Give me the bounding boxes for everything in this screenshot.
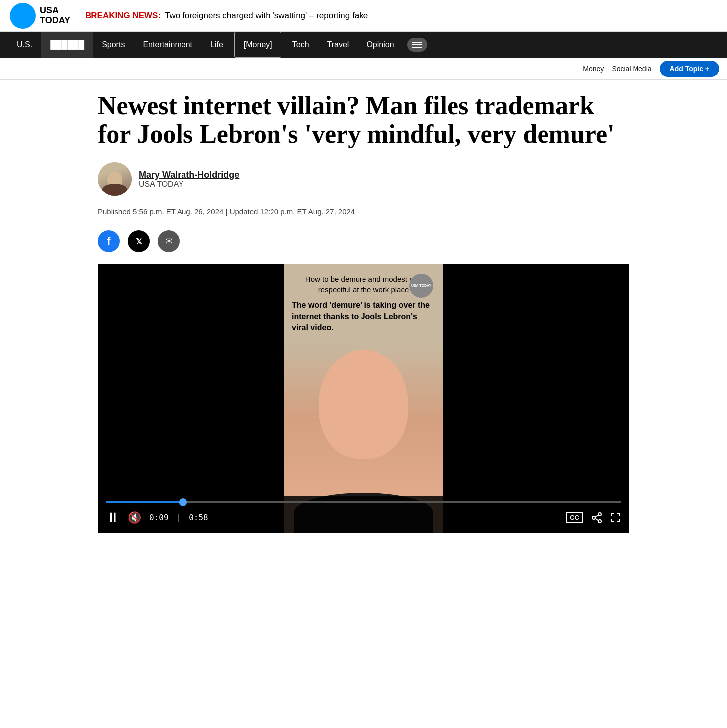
svg-point-3 bbox=[598, 513, 601, 516]
author-avatar-image bbox=[98, 162, 132, 196]
svg-rect-0 bbox=[412, 42, 422, 43]
author-row: Mary Walrath-Holdridge USA TODAY bbox=[98, 162, 629, 196]
add-topic-button[interactable]: Add Topic + bbox=[660, 61, 719, 77]
progress-bar-fill bbox=[106, 501, 183, 503]
share-icon bbox=[591, 512, 602, 523]
cc-button[interactable]: CC bbox=[566, 512, 583, 523]
video-controls: ⏸ 🔇 0:09 | 0:58 CC bbox=[98, 496, 629, 533]
nav-item-us[interactable]: U.S. bbox=[8, 32, 41, 58]
video-left-black bbox=[98, 264, 284, 533]
logo-area[interactable]: USA TODAY bbox=[10, 3, 70, 29]
twitter-share-button[interactable]: 𝕏 bbox=[128, 230, 150, 252]
breaking-label: BREAKING NEWS: bbox=[85, 11, 161, 21]
progress-bar-thumb[interactable] bbox=[179, 498, 187, 506]
video-right-black bbox=[443, 264, 629, 533]
fullscreen-button[interactable] bbox=[610, 512, 621, 523]
publish-date: Published 5:56 p.m. ET Aug. 26, 2024 | U… bbox=[98, 202, 629, 221]
author-name[interactable]: Mary Walrath-Holdridge bbox=[139, 170, 239, 180]
nav-item-entertainment[interactable]: Entertainment bbox=[134, 32, 201, 58]
author-info: Mary Walrath-Holdridge USA TODAY bbox=[139, 170, 239, 189]
nav-item-life[interactable]: Life bbox=[201, 32, 232, 58]
breaking-text: Two foreigners charged with 'swatting' –… bbox=[165, 11, 368, 21]
author-outlet: USA TODAY bbox=[139, 180, 239, 189]
pause-button[interactable]: ⏸ bbox=[106, 509, 120, 526]
article-container: Newest internet villain? Man files trade… bbox=[90, 80, 637, 533]
video-player[interactable]: How to be demure and modest and respectf… bbox=[98, 264, 629, 533]
nav-dropdown-button[interactable] bbox=[407, 38, 427, 52]
author-avatar bbox=[98, 162, 132, 196]
sub-nav: Money Social Media Add Topic + bbox=[0, 58, 727, 80]
mute-button[interactable]: 🔇 bbox=[128, 511, 141, 524]
logo-text: USA TODAY bbox=[40, 6, 70, 26]
svg-rect-2 bbox=[412, 47, 422, 48]
sub-nav-social-media[interactable]: Social Media bbox=[612, 65, 651, 73]
nav-item-travel[interactable]: Travel bbox=[318, 32, 358, 58]
video-text-bottom: The word 'demure' is taking over the int… bbox=[292, 300, 435, 333]
article-title: Newest internet villain? Man files trade… bbox=[98, 91, 629, 148]
controls-right: CC bbox=[566, 512, 621, 523]
fullscreen-icon bbox=[610, 512, 621, 523]
nav-item-money[interactable]: [ Money ] bbox=[234, 32, 281, 58]
svg-line-7 bbox=[595, 518, 598, 520]
time-separator: | bbox=[177, 513, 182, 522]
breaking-news-bar: USA TODAY BREAKING NEWS: Two foreigners … bbox=[0, 0, 727, 32]
svg-point-4 bbox=[598, 520, 601, 523]
video-center-panel: How to be demure and modest and respectf… bbox=[284, 264, 443, 533]
controls-left: ⏸ 🔇 0:09 | 0:58 bbox=[106, 509, 208, 526]
controls-row: ⏸ 🔇 0:09 | 0:58 CC bbox=[106, 509, 621, 526]
nav-item-redacted[interactable]: ██████ bbox=[41, 32, 93, 58]
video-overlay-top: How to be demure and modest and respectf… bbox=[284, 264, 443, 344]
svg-rect-1 bbox=[412, 44, 422, 45]
time-current: 0:09 bbox=[149, 513, 169, 522]
email-share-button[interactable]: ✉ bbox=[158, 230, 180, 252]
nav-bar: U.S. ██████ Sports Entertainment Life [ … bbox=[0, 32, 727, 58]
time-total: 0:58 bbox=[189, 513, 208, 522]
video-badge: USA TODAY bbox=[409, 274, 433, 298]
facebook-share-button[interactable]: f bbox=[98, 230, 120, 252]
nav-item-sports[interactable]: Sports bbox=[93, 32, 134, 58]
svg-point-5 bbox=[592, 516, 595, 519]
chevron-down-icon bbox=[412, 41, 422, 48]
pause-icon: ⏸ bbox=[106, 509, 120, 526]
svg-line-6 bbox=[595, 515, 598, 517]
nav-item-tech[interactable]: Tech bbox=[283, 32, 318, 58]
nav-item-opinion[interactable]: Opinion bbox=[358, 32, 403, 58]
logo-circle bbox=[10, 3, 36, 29]
sub-nav-money[interactable]: Money bbox=[583, 65, 604, 73]
mute-icon: 🔇 bbox=[128, 511, 141, 524]
share-button[interactable] bbox=[591, 512, 602, 523]
social-share-row: f 𝕏 ✉ bbox=[98, 230, 629, 252]
progress-bar-track[interactable] bbox=[106, 501, 621, 503]
